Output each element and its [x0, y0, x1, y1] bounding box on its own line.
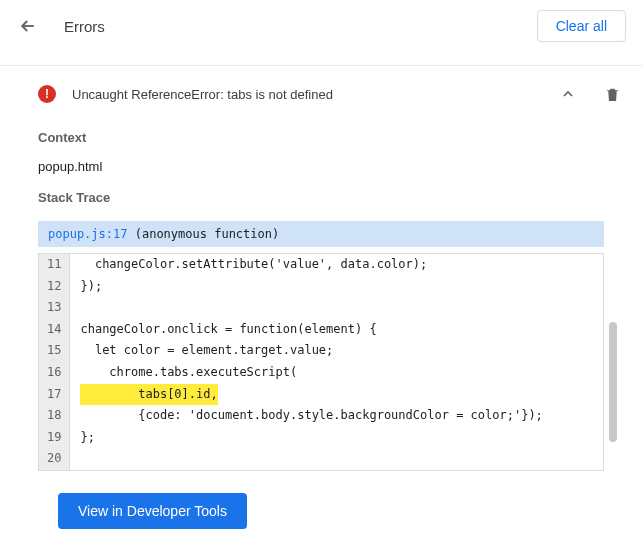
code-line: 13	[39, 297, 603, 319]
stack-trace-label: Stack Trace	[18, 178, 624, 211]
code-line: 11 changeColor.setAttribute('value', dat…	[39, 254, 603, 276]
code-content	[70, 448, 603, 470]
error-summary-row: ! Uncaught ReferenceError: tabs is not d…	[18, 66, 624, 118]
error-message: Uncaught ReferenceError: tabs is not def…	[72, 87, 556, 102]
code-content	[70, 297, 603, 319]
line-number: 14	[39, 319, 70, 341]
code-content: changeColor.setAttribute('value', data.c…	[70, 254, 603, 276]
back-arrow-icon[interactable]	[16, 14, 40, 38]
view-devtools-button[interactable]: View in Developer Tools	[58, 493, 247, 529]
highlighted-code: tabs[0].id,	[80, 384, 217, 406]
code-line: 18 {code: 'document.body.style.backgroun…	[39, 405, 603, 427]
code-line: 17 tabs[0].id,	[39, 384, 603, 406]
line-number: 13	[39, 297, 70, 319]
header: Errors Clear all	[0, 0, 642, 53]
code-line: 15 let color = element.target.value;	[39, 340, 603, 362]
error-block: ! Uncaught ReferenceError: tabs is not d…	[0, 66, 642, 529]
line-number: 12	[39, 276, 70, 298]
code-content: let color = element.target.value;	[70, 340, 603, 362]
code-line: 14changeColor.onclick = function(element…	[39, 319, 603, 341]
line-number: 16	[39, 362, 70, 384]
stack-trace-file[interactable]: popup.js:17	[48, 227, 127, 241]
code-line: 19};	[39, 427, 603, 449]
scrollbar[interactable]	[609, 322, 617, 442]
code-viewer: 11 changeColor.setAttribute('value', dat…	[38, 253, 604, 471]
code-line: 12});	[39, 276, 603, 298]
error-icon: !	[38, 85, 56, 103]
line-number: 11	[39, 254, 70, 276]
code-line: 20	[39, 448, 603, 470]
line-number: 20	[39, 448, 70, 470]
code-line: 16 chrome.tabs.executeScript(	[39, 362, 603, 384]
code-table: 11 changeColor.setAttribute('value', dat…	[39, 254, 603, 470]
trash-icon[interactable]	[600, 82, 624, 106]
line-number: 18	[39, 405, 70, 427]
stack-trace-header: popup.js:17 (anonymous function)	[38, 221, 604, 247]
page-title: Errors	[64, 18, 537, 35]
line-number: 17	[39, 384, 70, 406]
stack-trace-fn: (anonymous function)	[127, 227, 279, 241]
line-number: 15	[39, 340, 70, 362]
code-content: {code: 'document.body.style.backgroundCo…	[70, 405, 603, 427]
context-value: popup.html	[18, 151, 624, 178]
code-content: changeColor.onclick = function(element) …	[70, 319, 603, 341]
code-content: };	[70, 427, 603, 449]
clear-all-button[interactable]: Clear all	[537, 10, 626, 42]
code-content: });	[70, 276, 603, 298]
context-label: Context	[18, 118, 624, 151]
code-content: chrome.tabs.executeScript(	[70, 362, 603, 384]
code-content: tabs[0].id,	[70, 384, 603, 406]
chevron-up-icon[interactable]	[556, 82, 580, 106]
line-number: 19	[39, 427, 70, 449]
